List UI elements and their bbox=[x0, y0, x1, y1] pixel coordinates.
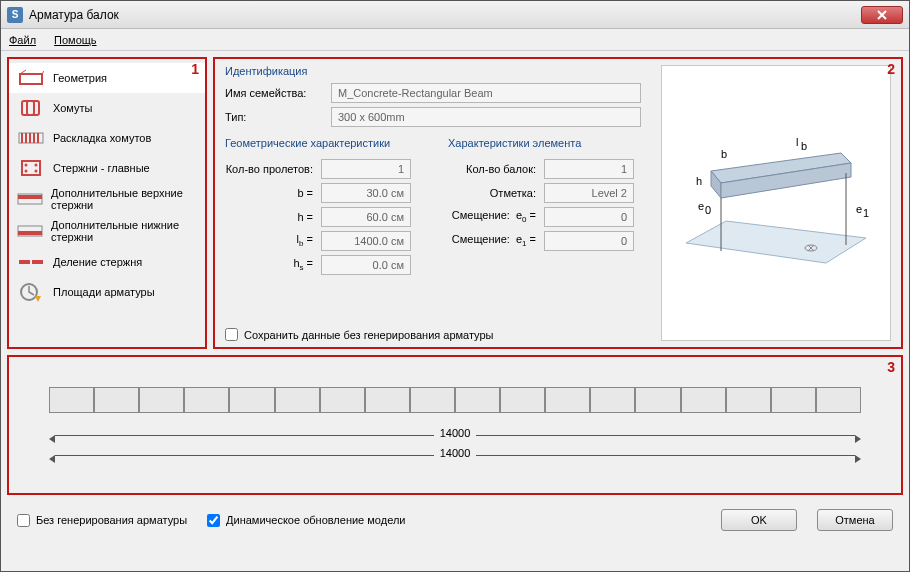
e1-label: Смещение: e1 = bbox=[448, 233, 544, 248]
svg-point-12 bbox=[25, 164, 28, 167]
ok-button[interactable]: OK bbox=[721, 509, 797, 531]
sidebar-item-stirrup-layout[interactable]: Раскладка хомутов bbox=[9, 123, 205, 153]
lb-label: lb = bbox=[225, 233, 321, 248]
sidebar-item-bar-division[interactable]: Деление стержня bbox=[9, 247, 205, 277]
hs-label: hs = bbox=[225, 257, 321, 272]
sidebar-item-label: Геометрия bbox=[53, 72, 107, 84]
svg-point-13 bbox=[35, 164, 38, 167]
svg-text:l: l bbox=[796, 136, 798, 148]
beam-segment bbox=[94, 387, 139, 413]
beam-diagram: lb b h e0 e1 bbox=[661, 65, 891, 341]
svg-text:b: b bbox=[801, 140, 807, 152]
dimension-top: 14000 bbox=[49, 427, 861, 443]
beam-segment bbox=[320, 387, 365, 413]
beam-segment bbox=[275, 387, 320, 413]
beam-segment bbox=[49, 387, 94, 413]
spans-input[interactable] bbox=[321, 159, 411, 179]
beam-segment bbox=[771, 387, 816, 413]
beam-segment bbox=[184, 387, 229, 413]
sidebar-item-label: Дополнительные нижние стержни bbox=[51, 219, 197, 243]
h-label: h = bbox=[225, 211, 321, 223]
beam-segment bbox=[455, 387, 500, 413]
dynamic-update-label: Динамическое обновление модели bbox=[226, 514, 405, 526]
hs-input[interactable] bbox=[321, 255, 411, 275]
layout-panel: 3 14000 bbox=[7, 355, 903, 495]
family-input[interactable] bbox=[331, 83, 641, 103]
zone-marker-2: 2 bbox=[887, 61, 895, 77]
sidebar: 1 Геометрия Хомуты bbox=[7, 57, 207, 349]
identification-group: Идентификация Имя семейства: Тип: bbox=[225, 65, 651, 131]
type-label: Тип: bbox=[225, 111, 325, 123]
titlebar: S Арматура балок bbox=[1, 1, 909, 29]
svg-text:1: 1 bbox=[863, 207, 869, 219]
dimension-bottom: 14000 bbox=[49, 447, 861, 463]
svg-text:0: 0 bbox=[705, 204, 711, 216]
beam-segment bbox=[410, 387, 455, 413]
beam-segment bbox=[816, 387, 861, 413]
dimension-value: 14000 bbox=[434, 427, 477, 439]
svg-text:e: e bbox=[698, 200, 704, 212]
sidebar-item-label: Площади арматуры bbox=[53, 286, 155, 298]
beam-segment bbox=[545, 387, 590, 413]
dynamic-update-checkbox[interactable] bbox=[207, 514, 220, 527]
close-button[interactable] bbox=[861, 6, 903, 24]
beam-segment bbox=[681, 387, 726, 413]
menu-file[interactable]: Файл bbox=[9, 34, 36, 46]
no-generate-checkbox[interactable] bbox=[17, 514, 30, 527]
family-label: Имя семейства: bbox=[225, 87, 325, 99]
sidebar-item-extra-bottom-bars[interactable]: Дополнительные нижние стержни bbox=[9, 215, 205, 247]
menubar: Файл Помощь bbox=[1, 29, 909, 51]
stirrups-icon bbox=[17, 97, 45, 119]
zone-marker-3: 3 bbox=[887, 359, 895, 375]
element-title: Характеристики элемента bbox=[448, 137, 651, 149]
svg-text:h: h bbox=[696, 175, 702, 187]
e1-input[interactable] bbox=[544, 231, 634, 251]
h-input[interactable] bbox=[321, 207, 411, 227]
cancel-button[interactable]: Отмена bbox=[817, 509, 893, 531]
sidebar-item-rebar-areas[interactable]: Площади арматуры bbox=[9, 277, 205, 307]
extra-bottom-icon bbox=[17, 220, 43, 242]
beam-segment bbox=[500, 387, 545, 413]
b-label: b = bbox=[225, 187, 321, 199]
svg-rect-0 bbox=[20, 74, 42, 84]
level-input[interactable] bbox=[544, 183, 634, 203]
e0-input[interactable] bbox=[544, 207, 634, 227]
svg-marker-25 bbox=[35, 296, 41, 302]
extra-top-icon bbox=[17, 188, 43, 210]
main-panel: 2 Идентификация Имя семейства: Тип: bbox=[213, 57, 903, 349]
dimension-value: 14000 bbox=[434, 447, 477, 459]
spans-label: Кол-во пролетов: bbox=[225, 163, 321, 175]
sidebar-item-geometry[interactable]: Геометрия bbox=[9, 63, 205, 93]
sidebar-item-label: Деление стержня bbox=[53, 256, 142, 268]
b-input[interactable] bbox=[321, 183, 411, 203]
save-no-generate-checkbox[interactable] bbox=[225, 328, 238, 341]
geometry-group: Геометрические характеристики Кол-во про… bbox=[225, 137, 428, 279]
beam-segment bbox=[726, 387, 771, 413]
level-label: Отметка: bbox=[448, 187, 544, 199]
sidebar-item-label: Дополнительные верхние стержни bbox=[51, 187, 197, 211]
svg-rect-22 bbox=[19, 260, 30, 264]
element-group: Характеристики элемента Кол-во балок: От… bbox=[448, 137, 651, 279]
rebar-areas-icon bbox=[17, 281, 45, 303]
sidebar-item-stirrups[interactable]: Хомуты bbox=[9, 93, 205, 123]
bar-division-icon bbox=[17, 251, 45, 273]
sidebar-item-label: Раскладка хомутов bbox=[53, 132, 151, 144]
beam-segment bbox=[229, 387, 274, 413]
lb-input[interactable] bbox=[321, 231, 411, 251]
dialog-window: S Арматура балок Файл Помощь 1 Геометрия bbox=[0, 0, 910, 572]
beam-count-label: Кол-во балок: bbox=[448, 163, 544, 175]
close-icon bbox=[876, 10, 888, 20]
beam-count-input[interactable] bbox=[544, 159, 634, 179]
sidebar-item-label: Хомуты bbox=[53, 102, 92, 114]
geometry-title: Геометрические характеристики bbox=[225, 137, 428, 149]
beam-3d-icon: lb b h e0 e1 bbox=[671, 113, 881, 293]
beam-segment bbox=[139, 387, 184, 413]
type-input[interactable] bbox=[331, 107, 641, 127]
identification-title: Идентификация bbox=[225, 65, 651, 77]
sidebar-item-main-bars[interactable]: Стержни - главные bbox=[9, 153, 205, 183]
beam-segment bbox=[365, 387, 410, 413]
menu-help[interactable]: Помощь bbox=[54, 34, 97, 46]
sidebar-item-extra-top-bars[interactable]: Дополнительные верхние стержни bbox=[9, 183, 205, 215]
save-no-generate-label: Сохранить данные без генерирования армат… bbox=[244, 329, 494, 341]
svg-point-15 bbox=[35, 170, 38, 173]
